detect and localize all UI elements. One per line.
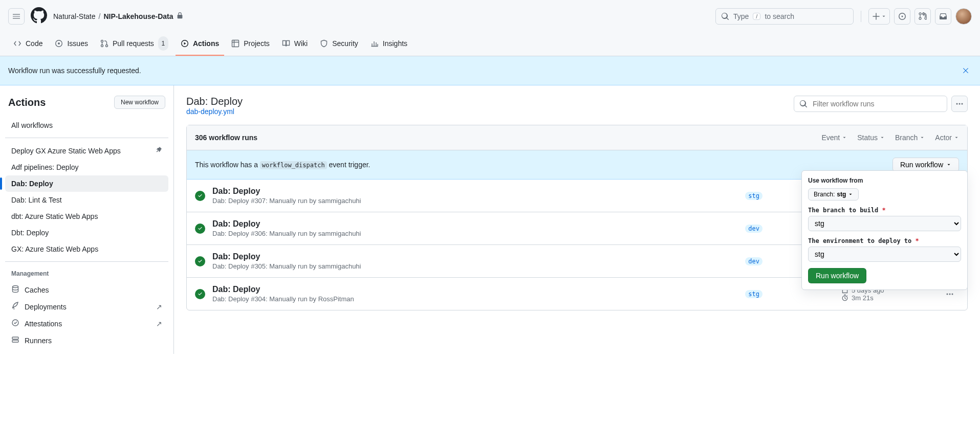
sidebar-wf-item-3[interactable]: Dab: Lint & Test	[5, 192, 168, 208]
plus-icon	[872, 12, 880, 20]
svg-point-16	[949, 293, 951, 295]
external-link-icon: ↗	[156, 320, 162, 328]
new-workflow-button[interactable]: New workflow	[114, 96, 165, 109]
workflow-menu-button[interactable]	[951, 96, 968, 112]
inbox-button[interactable]	[935, 8, 951, 25]
search-shortcut-key: /	[753, 13, 760, 20]
pulls-button[interactable]	[914, 8, 931, 25]
kebab-icon	[955, 100, 964, 108]
run-sub: Dab: Deploy #304: Manually run by RossPi…	[212, 295, 738, 303]
run-workflow-dropdown-button[interactable]: Run workflow	[892, 158, 959, 172]
server-icon	[11, 336, 19, 345]
tab-issues[interactable]: Issues	[50, 32, 93, 56]
issues-button[interactable]	[894, 8, 910, 25]
play-circle-icon	[181, 39, 189, 48]
tab-projects-label: Projects	[244, 36, 270, 51]
breadcrumb-sep: /	[98, 12, 100, 20]
breadcrumb-org[interactable]: Natural-State	[53, 12, 95, 20]
rocket-icon	[11, 302, 19, 311]
external-link-icon: ↗	[156, 303, 162, 311]
inbox-icon	[939, 12, 947, 20]
tab-pulls-label: Pull requests	[113, 36, 154, 51]
tab-projects[interactable]: Projects	[226, 32, 275, 56]
global-search-input[interactable]: Type / to search	[715, 8, 854, 25]
workflow-file-link[interactable]: dab-deploy.yml	[186, 107, 234, 116]
run-row-menu[interactable]	[941, 290, 959, 298]
caret-down-icon	[920, 135, 925, 140]
branch-build-select[interactable]: stg	[808, 216, 961, 231]
tab-actions[interactable]: Actions	[176, 32, 224, 56]
svg-point-7	[13, 286, 18, 288]
branch-build-label: The branch to build *	[808, 207, 961, 214]
sidebar-caches[interactable]: Caches	[5, 281, 168, 298]
sidebar-runners[interactable]: Runners	[5, 332, 168, 349]
success-icon	[195, 256, 205, 266]
branch-tag[interactable]: dev	[745, 257, 763, 265]
kebab-icon	[946, 290, 954, 298]
svg-rect-6	[232, 40, 239, 47]
svg-point-11	[956, 103, 958, 105]
caret-down-icon	[842, 135, 847, 140]
success-icon	[195, 289, 205, 299]
svg-rect-10	[12, 340, 18, 342]
run-title[interactable]: Dab: Deploy	[212, 219, 738, 229]
sidebar-all-workflows[interactable]: All workflows	[5, 117, 168, 133]
run-title[interactable]: Dab: Deploy	[212, 285, 738, 294]
graph-icon	[371, 39, 379, 48]
app-header: Natural-State / NIP-Lakehouse-Data Type …	[0, 0, 980, 56]
verified-icon	[11, 319, 19, 328]
tab-insights[interactable]: Insights	[365, 32, 412, 56]
sidebar-wf-item-4[interactable]: dbt: Azure Static Web Apps	[5, 208, 168, 225]
filter-event[interactable]: Event	[821, 133, 847, 142]
svg-point-2	[101, 40, 103, 42]
flash-close-button[interactable]	[960, 64, 972, 77]
tab-security[interactable]: Security	[315, 32, 363, 56]
search-placeholder-post: to search	[765, 12, 794, 20]
run-sub: Dab: Deploy #307: Manually run by sammig…	[212, 197, 738, 205]
branch-tag[interactable]: stg	[745, 192, 763, 200]
sidebar-wf-item-5[interactable]: Dbt: Deploy	[5, 225, 168, 241]
filter-runs-text[interactable]	[812, 99, 942, 108]
issue-dot-icon	[898, 12, 906, 20]
sidebar-wf-item-1[interactable]: Adf pipelines: Deploy	[5, 159, 168, 175]
tab-wiki[interactable]: Wiki	[277, 32, 313, 56]
sidebar-wf-item-0[interactable]: Deploy GX Azure Static Web Apps	[5, 142, 168, 159]
flash-success-banner: Workflow run was successfully requested.	[0, 56, 980, 85]
main-area: Dab: Deploy dab-deploy.yml 306 workflow …	[174, 85, 980, 354]
branch-tag[interactable]: stg	[745, 290, 763, 298]
svg-point-12	[959, 103, 961, 105]
breadcrumb: Natural-State / NIP-Lakehouse-Data	[53, 12, 183, 20]
branch-select-button[interactable]: Branch: stg	[808, 188, 859, 200]
run-title[interactable]: Dab: Deploy	[212, 252, 738, 261]
github-logo[interactable]	[31, 7, 47, 25]
success-icon	[195, 224, 205, 234]
shield-icon	[320, 39, 328, 48]
filter-branch[interactable]: Branch	[895, 133, 925, 142]
flash-message: Workflow run was successfully requested.	[8, 66, 141, 75]
breadcrumb-repo[interactable]: NIP-Lakehouse-Data	[103, 12, 173, 20]
run-sub: Dab: Deploy #305: Manually run by sammig…	[212, 262, 738, 270]
run-title[interactable]: Dab: Deploy	[212, 187, 738, 196]
env-deploy-select[interactable]: stg	[808, 247, 961, 262]
filter-actor[interactable]: Actor	[935, 133, 959, 142]
hamburger-button[interactable]	[8, 8, 25, 25]
sidebar-title: Actions	[8, 97, 46, 108]
runs-count: 306 workflow runs	[195, 133, 257, 142]
filter-runs-input[interactable]	[794, 96, 947, 112]
pin-icon[interactable]	[155, 146, 162, 155]
success-icon	[195, 191, 205, 201]
lock-icon	[177, 12, 183, 20]
sidebar-wf-item-6[interactable]: GX: Azure Static Web Apps	[5, 241, 168, 257]
tab-code[interactable]: Code	[8, 32, 48, 56]
sidebar-deployments[interactable]: Deployments↗	[5, 298, 168, 315]
search-icon	[799, 100, 808, 108]
sidebar-wf-item-2[interactable]: Dab: Deploy	[5, 175, 168, 192]
branch-tag[interactable]: dev	[745, 225, 763, 233]
user-avatar[interactable]	[955, 8, 972, 25]
create-new-button[interactable]	[868, 8, 890, 25]
sidebar-attestations[interactable]: Attestations↗	[5, 315, 168, 332]
book-icon	[282, 39, 290, 48]
tab-pulls[interactable]: Pull requests1	[95, 32, 173, 56]
filter-status[interactable]: Status	[857, 133, 885, 142]
run-workflow-submit-button[interactable]: Run workflow	[808, 268, 866, 283]
